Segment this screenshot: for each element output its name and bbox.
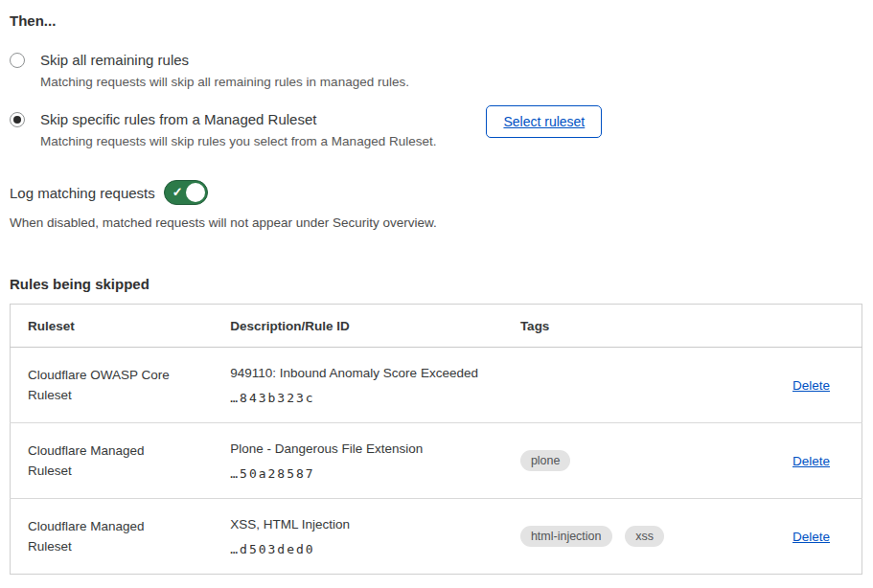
radio-skip-all-remaining[interactable]	[10, 53, 25, 68]
tag-badge: xss	[625, 526, 664, 547]
log-matching-requests-row: Log matching requests ✓	[10, 180, 862, 205]
tags-cell: plone	[503, 423, 757, 499]
description-cell: 949110: Inbound Anomaly Score Exceeded ……	[213, 348, 503, 423]
table-row: Cloudflare Managed Ruleset XSS, HTML Inj…	[11, 499, 862, 575]
rule-description: XSS, HTML Injection	[230, 516, 503, 533]
log-toggle-label: Log matching requests	[10, 185, 155, 201]
ruleset-name: Cloudflare Managed Ruleset	[28, 441, 186, 481]
column-header-tags: Tags	[503, 305, 757, 348]
action-cell: Delete	[757, 423, 862, 499]
rule-description: 949110: Inbound Anomaly Score Exceeded	[230, 365, 503, 382]
option-skip-specific-rules: Skip specific rules from a Managed Rules…	[10, 109, 862, 150]
tags-cell: html-injection xss	[503, 499, 757, 575]
ruleset-cell: Cloudflare Managed Ruleset	[11, 499, 214, 575]
delete-link[interactable]: Delete	[793, 378, 830, 393]
option-label[interactable]: Skip all remaining rules	[40, 50, 409, 70]
tags-cell	[503, 348, 757, 423]
table-row: Cloudflare OWASP Core Ruleset 949110: In…	[11, 348, 862, 423]
tag-badge: html-injection	[520, 526, 612, 547]
select-ruleset-button[interactable]: Select ruleset	[486, 105, 602, 138]
table-row: Cloudflare Managed Ruleset Plone - Dange…	[11, 423, 862, 499]
option-skip-all-remaining: Skip all remaining rules Matching reques…	[10, 50, 862, 91]
delete-link[interactable]: Delete	[793, 454, 830, 468]
rules-skipped-heading: Rules being skipped	[10, 275, 862, 294]
action-cell: Delete	[757, 348, 862, 423]
option-label[interactable]: Skip specific rules from a Managed Rules…	[40, 109, 436, 129]
column-header-ruleset: Ruleset	[11, 305, 214, 348]
table-header-row: Ruleset Description/Rule ID Tags	[11, 305, 862, 348]
ruleset-cell: Cloudflare OWASP Core Ruleset	[11, 348, 214, 423]
description-cell: Plone - Dangerous File Extension …50a285…	[213, 423, 503, 499]
description-cell: XSS, HTML Injection …d503ded0	[213, 499, 503, 575]
check-icon: ✓	[172, 186, 183, 198]
option-description: Matching requests will skip rules you se…	[40, 132, 436, 150]
rule-id: …50a28587	[230, 466, 503, 481]
ruleset-cell: Cloudflare Managed Ruleset	[11, 423, 214, 499]
option-description: Matching requests will skip all remainin…	[40, 73, 409, 91]
column-header-description: Description/Rule ID	[213, 305, 503, 348]
log-toggle-description: When disabled, matched requests will not…	[10, 214, 862, 232]
action-options: Skip all remaining rules Matching reques…	[10, 50, 862, 150]
then-heading: Then...	[10, 11, 862, 31]
rules-being-skipped-table: Ruleset Description/Rule ID Tags Cloudfl…	[10, 304, 862, 575]
option-text: Skip all remaining rules Matching reques…	[40, 50, 409, 91]
ruleset-name: Cloudflare Managed Ruleset	[28, 516, 186, 556]
rule-id: …d503ded0	[230, 542, 503, 556]
rule-id: …843b323c	[230, 391, 503, 405]
delete-link[interactable]: Delete	[793, 530, 830, 544]
option-text: Skip specific rules from a Managed Rules…	[40, 109, 436, 150]
action-cell: Delete	[757, 499, 862, 575]
radio-skip-specific-rules[interactable]	[10, 112, 25, 127]
ruleset-name: Cloudflare OWASP Core Ruleset	[28, 365, 186, 405]
toggle-knob	[186, 183, 205, 202]
rule-description: Plone - Dangerous File Extension	[230, 441, 503, 458]
tag-badge: plone	[520, 450, 571, 471]
waf-rule-action-panel: Then... Skip all remaining rules Matchin…	[0, 0, 873, 588]
log-toggle-switch[interactable]: ✓	[164, 180, 208, 205]
column-header-action	[757, 305, 862, 348]
